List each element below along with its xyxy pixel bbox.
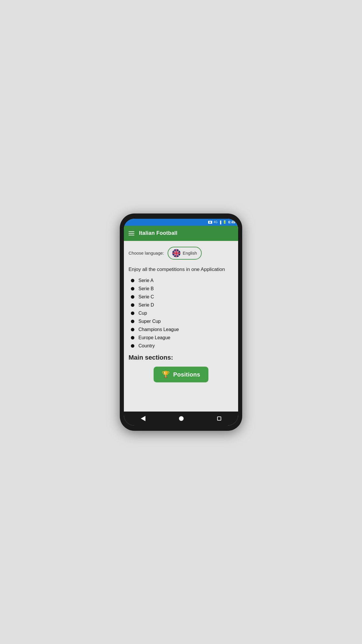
home-icon — [179, 416, 184, 421]
bullet-icon — [131, 320, 134, 323]
language-row: Choose language: — [129, 246, 233, 261]
list-item: Cup — [131, 311, 233, 316]
competition-name: Country — [138, 343, 155, 349]
trophy-icon: 🏆 — [162, 371, 170, 378]
flag-icon — [172, 249, 180, 257]
app-bar: Italian Football — [124, 226, 238, 241]
list-item: Europe League — [131, 335, 233, 340]
competition-name: Super Cup — [138, 319, 161, 324]
nav-bar — [124, 412, 238, 426]
competition-name: Serie C — [138, 294, 154, 300]
time-display: 6:49 — [228, 220, 235, 224]
competition-list: Serie A Serie B Serie C Serie D Cup — [129, 278, 233, 349]
phone-frame: ▣ 4G ▐ 🔋 6:49 Italian Football Choose la… — [120, 214, 242, 431]
main-content: Choose language: — [124, 241, 238, 412]
list-item: Serie D — [131, 302, 233, 308]
competition-name: Serie A — [138, 278, 154, 283]
description-text: Enjoy all the competitions in one Applic… — [129, 265, 233, 274]
language-selector[interactable]: English — [168, 247, 202, 260]
bullet-icon — [131, 312, 134, 315]
home-button[interactable] — [179, 416, 184, 421]
menu-button[interactable] — [129, 231, 134, 235]
language-label: Choose language: — [129, 251, 164, 256]
back-icon — [141, 416, 145, 421]
positions-button-label: Positions — [173, 371, 200, 378]
battery-icon: 🔋 — [223, 220, 227, 224]
list-item: Super Cup — [131, 319, 233, 324]
competition-name: Serie B — [138, 286, 154, 291]
main-sections-heading: Main sections: — [129, 353, 233, 363]
signal-bars: ▐ — [219, 220, 221, 224]
recents-button[interactable] — [217, 416, 221, 421]
list-item: Serie B — [131, 286, 233, 291]
competition-name: Serie D — [138, 302, 154, 308]
language-text: English — [183, 251, 197, 256]
status-bar: ▣ 4G ▐ 🔋 6:49 — [124, 219, 238, 226]
phone-screen: ▣ 4G ▐ 🔋 6:49 Italian Football Choose la… — [124, 219, 238, 426]
bullet-icon — [131, 287, 134, 290]
competition-name: Cup — [138, 311, 147, 316]
sim-icon: ▣ — [208, 221, 212, 224]
bullet-icon — [131, 295, 134, 299]
back-button[interactable] — [141, 416, 145, 421]
bullet-icon — [131, 344, 134, 348]
signal-strength: 4G — [214, 220, 217, 224]
positions-button[interactable]: 🏆 Positions — [154, 367, 208, 382]
list-item: Serie C — [131, 294, 233, 300]
bullet-icon — [131, 303, 134, 307]
bullet-icon — [131, 336, 134, 340]
competition-name: Champions League — [138, 327, 179, 332]
list-item: Serie A — [131, 278, 233, 283]
list-item: Country — [131, 343, 233, 349]
list-item: Champions League — [131, 327, 233, 332]
app-title: Italian Football — [139, 230, 178, 236]
recents-icon — [217, 416, 221, 421]
competition-name: Europe League — [138, 335, 170, 340]
bullet-icon — [131, 279, 134, 282]
bullet-icon — [131, 328, 134, 331]
